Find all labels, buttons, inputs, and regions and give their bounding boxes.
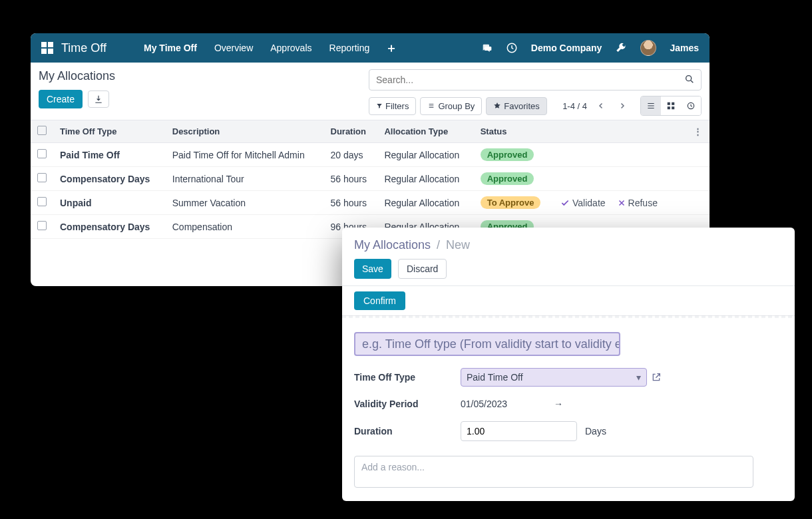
status-badge: Approved: [481, 172, 534, 185]
cell-type: Paid Time Off: [53, 143, 166, 167]
download-button[interactable]: [88, 90, 109, 108]
create-button[interactable]: Create: [39, 90, 83, 108]
breadcrumb: My Allocations / New: [342, 228, 795, 259]
check-icon: [560, 198, 570, 208]
table-row[interactable]: Paid Time OffPaid Time Off for Mitchell …: [31, 143, 710, 167]
duration-input[interactable]: [461, 421, 577, 441]
nav-overview[interactable]: Overview: [214, 43, 253, 53]
breadcrumb-leaf: New: [446, 238, 470, 252]
app-title: Time Off: [61, 41, 106, 55]
kanban-view-icon: [666, 101, 676, 110]
col-alloc-type[interactable]: Allocation Type: [377, 120, 473, 143]
list-view-icon: [646, 101, 656, 110]
validate-action[interactable]: Validate: [560, 198, 606, 208]
clock-icon[interactable]: [506, 42, 518, 54]
table-row[interactable]: Compensatory DaysInternational Tour56 ho…: [31, 167, 710, 191]
cell-description: Paid Time Off for Mitchell Admin: [166, 143, 324, 167]
nav-reporting[interactable]: Reporting: [329, 43, 370, 53]
allocations-table: Time Off Type Description Duration Alloc…: [31, 120, 710, 239]
page-title: My Allocations: [39, 69, 115, 83]
cell-alloc-type: Regular Allocation: [377, 167, 473, 191]
pager-prev[interactable]: [594, 98, 608, 113]
select-all-checkbox[interactable]: [37, 126, 47, 135]
nav-approvals[interactable]: Approvals: [270, 43, 311, 53]
view-kanban[interactable]: [661, 96, 681, 115]
cell-duration: 20 days: [324, 143, 378, 167]
time-off-type-value: Paid Time Off: [467, 372, 523, 383]
favorites-button[interactable]: Favorites: [486, 97, 546, 115]
chevron-right-icon: [618, 102, 626, 110]
topbar: Time Off My Time Off Overview Approvals …: [31, 33, 710, 63]
status-badge: To Approve: [481, 196, 541, 209]
breadcrumb-root[interactable]: My Allocations: [354, 238, 431, 252]
filters-label: Filters: [385, 101, 409, 111]
main-nav: My Time Off Overview Approvals Reporting: [144, 43, 369, 53]
groupby-label: Group By: [438, 101, 475, 111]
row-checkbox[interactable]: [37, 149, 47, 158]
cell-alloc-type: Regular Allocation: [377, 191, 473, 215]
svg-rect-5: [672, 106, 674, 109]
allocation-form-window: My Allocations / New Save Discard Confir…: [342, 228, 795, 501]
status-badge: Approved: [481, 148, 534, 161]
view-activity[interactable]: [681, 96, 701, 115]
company-name[interactable]: Demo Company: [531, 43, 602, 53]
duration-unit: Days: [585, 426, 606, 436]
row-checkbox[interactable]: [37, 221, 47, 230]
label-type: Time Off Type: [354, 372, 461, 383]
username[interactable]: James: [670, 43, 699, 53]
cell-description: Compensation: [166, 215, 324, 239]
svg-rect-3: [672, 102, 674, 105]
col-description[interactable]: Description: [166, 120, 324, 143]
col-type[interactable]: Time Off Type: [53, 120, 166, 143]
label-duration: Duration: [354, 426, 461, 436]
col-duration[interactable]: Duration: [324, 120, 378, 143]
filters-button[interactable]: Filters: [369, 97, 416, 115]
view-switch: [640, 96, 702, 116]
table-row[interactable]: UnpaidSummer Vacation56 hoursRegular All…: [31, 191, 710, 215]
validity-start[interactable]: 01/05/2023: [461, 399, 507, 409]
external-link-icon[interactable]: [651, 372, 662, 383]
column-menu[interactable]: ⋮: [694, 126, 703, 136]
cell-description: Summer Vacation: [166, 191, 324, 215]
clock-view-icon: [686, 101, 696, 110]
col-status[interactable]: Status: [474, 120, 554, 143]
download-icon: [94, 94, 103, 104]
cell-alloc-type: Regular Allocation: [377, 143, 473, 167]
plus-icon[interactable]: ＋: [385, 40, 397, 56]
search-icon[interactable]: [684, 74, 695, 85]
allocation-name-input[interactable]: e.g. Time Off type (From validity start …: [354, 332, 620, 356]
arrow-right-icon: →: [554, 399, 563, 409]
cell-duration: 56 hours: [324, 191, 378, 215]
view-list[interactable]: [641, 96, 661, 115]
nav-my-time-off[interactable]: My Time Off: [144, 43, 197, 53]
cell-type: Compensatory Days: [53, 215, 166, 239]
cell-description: International Tour: [166, 167, 324, 191]
pager-text: 1-4 / 4: [562, 101, 587, 111]
svg-point-1: [686, 76, 692, 81]
cell-duration: 56 hours: [324, 167, 378, 191]
confirm-button[interactable]: Confirm: [354, 291, 405, 310]
reason-textarea[interactable]: Add a reason...: [354, 456, 753, 488]
discard-button[interactable]: Discard: [398, 259, 447, 279]
row-checkbox[interactable]: [37, 197, 47, 206]
pager-next[interactable]: [615, 98, 630, 113]
svg-rect-4: [668, 106, 670, 109]
apps-icon[interactable]: [41, 42, 53, 54]
row-checkbox[interactable]: [37, 173, 47, 182]
label-validity: Validity Period: [354, 399, 461, 409]
settings-icon[interactable]: [615, 42, 627, 54]
x-icon: [618, 199, 626, 207]
favorites-label: Favorites: [504, 101, 539, 111]
avatar[interactable]: [640, 40, 656, 56]
chevron-down-icon: ▾: [636, 372, 641, 383]
save-button[interactable]: Save: [354, 259, 391, 279]
chat-icon[interactable]: [481, 43, 493, 53]
funnel-icon: [376, 102, 383, 109]
chevron-left-icon: [597, 102, 605, 110]
refuse-action[interactable]: Refuse: [618, 198, 658, 208]
search-input[interactable]: [369, 69, 702, 90]
time-off-type-select[interactable]: Paid Time Off ▾: [461, 368, 647, 387]
control-row: My Allocations Create Filters: [31, 63, 710, 120]
groupby-button[interactable]: Group By: [420, 97, 482, 115]
list-icon: [427, 102, 435, 109]
